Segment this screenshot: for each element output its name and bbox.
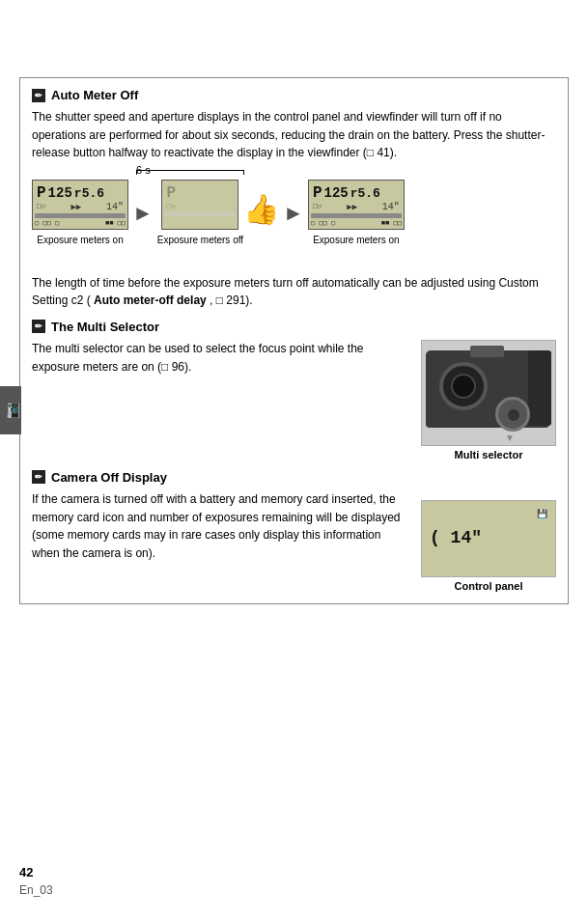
- camera-top-dial: [470, 346, 504, 357]
- auto-meter-off-label: Auto Meter Off: [51, 88, 138, 102]
- brace-left: [136, 170, 137, 175]
- diagram-item-on-right: P 125 r5.6 □○ ▶▶ 14" ▢ ▢▢ ▢ ■■ ▢▢: [308, 180, 405, 245]
- camera-illustration: ▼: [422, 341, 555, 445]
- camera-off-title: ✏ Camera Off Display: [32, 470, 556, 485]
- camera-lens-inner: [451, 374, 476, 399]
- brace-line: [136, 170, 244, 171]
- sidebar-icon: 📷: [3, 403, 18, 419]
- camera-off-label-title: Camera Off Display: [51, 470, 167, 485]
- auto-meter-off-title: ✏ Auto Meter Off: [32, 88, 556, 102]
- arrow-2: ►: [283, 201, 304, 245]
- diagram-item-off: P □○ Exposure meters off: [157, 180, 243, 245]
- bottom-info: 42 En_03: [19, 865, 53, 897]
- camera-off-section: ✏ Camera Off Display If the camera is tu…: [32, 470, 556, 592]
- multi-selector-image-col: ▼ Multi selector: [421, 340, 556, 460]
- diagram-item-on-left: P 125 r5.6 □○ ▶▶ 14" ▢ ▢▢ ▢ ■■ ▢▢: [32, 180, 128, 245]
- camera-image-box: ▼: [421, 340, 556, 446]
- multi-selector-section: ✏ The Multi Selector The multi selector …: [32, 320, 556, 460]
- finger-icon: 👍: [243, 195, 279, 224]
- multi-selector-image-label: Multi selector: [421, 449, 556, 460]
- camera-off-content: If the camera is turned off with a batte…: [32, 490, 556, 592]
- label-on-right: Exposure meters on: [313, 235, 400, 245]
- camera-off-body: If the camera is turned off with a batte…: [32, 490, 409, 562]
- control-panel-label: Control panel: [421, 580, 556, 592]
- label-on-left: Exposure meters on: [37, 235, 124, 245]
- camera-arrow-indicator: ▼: [505, 433, 515, 443]
- lcd-panel-on-left: P 125 r5.6 □○ ▶▶ 14" ▢ ▢▢ ▢ ■■ ▢▢: [32, 180, 128, 230]
- camera-grip: [528, 350, 551, 426]
- camera-off-image-col: 💾 ( 14" Control panel: [421, 490, 556, 592]
- multi-selector-text: The multi selector can be used to select…: [32, 340, 409, 383]
- auto-meter-off-body: The shutter speed and aperture displays …: [32, 108, 556, 162]
- note-icon-3: ✏: [32, 470, 45, 484]
- note-icon-1: ✏: [32, 89, 45, 102]
- note-icon-2: ✏: [32, 320, 45, 333]
- page: 📷 ✏ Auto Meter Off The shutter speed and…: [0, 0, 588, 921]
- diagram-item-finger: 👍: [243, 195, 279, 224]
- main-content-box: ✏ Auto Meter Off The shutter speed and a…: [19, 77, 569, 604]
- multi-selector-body: The multi selector can be used to select…: [32, 340, 409, 376]
- cp-card-icon: 💾: [537, 509, 547, 519]
- brace-right: [243, 170, 244, 175]
- auto-meter-delay-body: The length of time before the exposure m…: [32, 274, 556, 310]
- cp-content: 💾 ( 14": [422, 501, 555, 555]
- multi-selector-title: ✏ The Multi Selector: [32, 320, 556, 334]
- page-code: En_03: [19, 883, 53, 897]
- control-panel-box: 💾 ( 14": [421, 500, 556, 577]
- lcd-panel-on-right: P 125 r5.6 □○ ▶▶ 14" ▢ ▢▢ ▢ ■■ ▢▢: [308, 180, 405, 230]
- sidebar-tab: 📷: [0, 386, 21, 434]
- dial-center: [508, 409, 519, 421]
- camera-off-text: If the camera is turned off with a batte…: [32, 490, 409, 570]
- lcd-panel-off: P □○: [161, 180, 238, 230]
- page-number: 42: [19, 865, 53, 879]
- arrow-1: ►: [132, 201, 154, 245]
- label-off: Exposure meters off: [157, 235, 243, 245]
- multi-selector-label-title: The Multi Selector: [51, 320, 159, 334]
- camera-dial: [495, 397, 530, 432]
- diagram-row: P 125 r5.6 □○ ▶▶ 14" ▢ ▢▢ ▢ ■■ ▢▢: [32, 180, 556, 245]
- cp-exposure-count: ( 14": [430, 528, 547, 547]
- multi-selector-content: The multi selector can be used to select…: [32, 340, 556, 460]
- camera-lens: [439, 362, 488, 410]
